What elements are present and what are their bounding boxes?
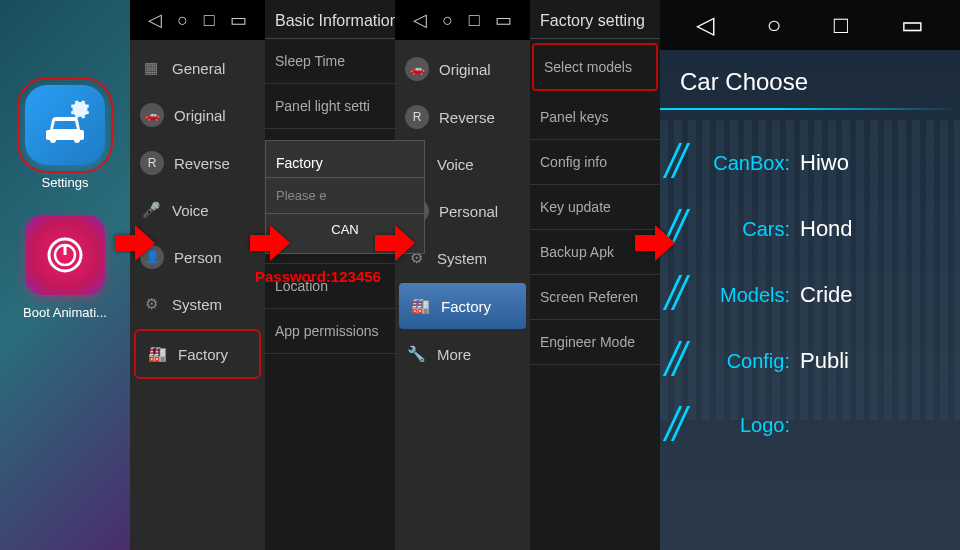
config-label: Cars: [680, 218, 800, 241]
arrow-icon [635, 225, 675, 265]
slash-icon [665, 275, 695, 315]
slash-icon [665, 341, 695, 381]
item-engineer-mode[interactable]: Engineer Mode [530, 320, 660, 365]
config-value: Cride [800, 282, 940, 308]
settings-menu: ▦General 🚗Original RReverse 🎤Voice 👤Pers… [130, 40, 265, 379]
config-value: Hiwo [800, 150, 940, 176]
car-icon: 🚗 [140, 103, 164, 127]
panel-title: Factory setting [530, 0, 660, 39]
title-underline [660, 108, 960, 110]
arrow-icon [375, 225, 415, 265]
basic-info-panel: Basic Information Sleep Time Panel light… [265, 0, 395, 550]
row-models[interactable]: Models: Cride [660, 262, 960, 328]
row-config[interactable]: Config: Publi [660, 328, 960, 394]
settings-menu-panel: ◁ ○ □ ▭ ▦General 🚗Original RReverse 🎤Voi… [130, 0, 265, 550]
menu-reverse[interactable]: RReverse [395, 93, 530, 141]
car-icon: 🚗 [405, 57, 429, 81]
status-bar: ◁ ○ □ ▭ [660, 0, 960, 50]
config-value: Publi [800, 348, 940, 374]
home-icon[interactable]: ○ [177, 10, 188, 31]
back-icon[interactable]: ◁ [413, 9, 427, 31]
home-panel: Settings Boot Animati... [0, 0, 130, 550]
page-title: Car Choose [660, 50, 960, 108]
item-select-models[interactable]: Select models [532, 43, 658, 91]
power-icon [43, 233, 87, 277]
password-hint: Password:123456 [255, 268, 381, 285]
home-icon[interactable]: ○ [442, 10, 453, 31]
status-bar: ◁ ○ □ ▭ [395, 0, 530, 40]
item-key-update[interactable]: Key update [530, 185, 660, 230]
wrench-icon: 🔧 [405, 343, 427, 365]
reverse-icon: R [140, 151, 164, 175]
item-sleep-time[interactable]: Sleep Time [265, 39, 395, 84]
building-icon: 🏭 [146, 343, 168, 365]
back-icon[interactable]: ◁ [148, 9, 162, 31]
config-label: Models: [680, 284, 800, 307]
picture-icon[interactable]: ▭ [901, 11, 924, 39]
menu-general[interactable]: ▦General [130, 45, 265, 91]
app-boot-animation[interactable]: Boot Animati... [0, 215, 130, 320]
item-app-permissions[interactable]: App permissions [265, 309, 395, 354]
reverse-icon: R [405, 105, 429, 129]
mic-icon: 🎤 [140, 199, 162, 221]
config-label: CanBox: [680, 152, 800, 175]
row-canbox[interactable]: CanBox: Hiwo [660, 130, 960, 196]
boot-app-icon [25, 215, 105, 295]
menu-more[interactable]: 🔧More [395, 331, 530, 377]
status-bar: ◁ ○ □ ▭ [130, 0, 265, 40]
app-label: Boot Animati... [23, 305, 107, 320]
password-input[interactable]: Please e [266, 178, 424, 214]
item-config-info[interactable]: Config info [530, 140, 660, 185]
config-label: Config: [680, 350, 800, 373]
picture-icon[interactable]: ▭ [230, 9, 247, 31]
menu-system[interactable]: ⚙System [130, 281, 265, 327]
building-icon: 🏭 [409, 295, 431, 317]
app-label: Settings [42, 175, 89, 190]
settings-app-icon [25, 85, 105, 165]
dialog-title: Factory [266, 149, 424, 178]
back-icon[interactable]: ◁ [696, 11, 714, 39]
recent-icon[interactable]: □ [469, 10, 480, 31]
recent-icon[interactable]: □ [204, 10, 215, 31]
menu-original[interactable]: 🚗Original [130, 91, 265, 139]
slash-icon [665, 406, 695, 446]
menu-factory[interactable]: 🏭Factory [399, 283, 526, 329]
row-cars[interactable]: Cars: Hond [660, 196, 960, 262]
menu-original[interactable]: 🚗Original [395, 45, 530, 93]
config-label: Logo: [680, 414, 800, 437]
row-logo[interactable]: Logo: [660, 394, 960, 457]
app-settings[interactable]: Settings [0, 85, 130, 190]
slash-icon [665, 143, 695, 183]
item-panel-light[interactable]: Panel light setti [265, 84, 395, 129]
grid-icon: ▦ [140, 57, 162, 79]
arrow-icon [115, 225, 155, 265]
home-icon[interactable]: ○ [767, 11, 782, 39]
menu-factory[interactable]: 🏭Factory [134, 329, 261, 379]
factory-settings-panel: Factory setting Select models Panel keys… [530, 0, 660, 550]
config-value: Hond [800, 216, 940, 242]
item-panel-keys[interactable]: Panel keys [530, 95, 660, 140]
gear-icon [69, 97, 91, 119]
car-choose-panel: ◁ ○ □ ▭ Car Choose CanBox: Hiwo Cars: Ho… [660, 0, 960, 550]
settings-menu-panel-2: ◁ ○ □ ▭ 🚗Original RReverse 🎤Voice 👤Perso… [395, 0, 530, 550]
recent-icon[interactable]: □ [834, 11, 849, 39]
picture-icon[interactable]: ▭ [495, 9, 512, 31]
gear-icon: ⚙ [140, 293, 162, 315]
arrow-icon [250, 225, 290, 265]
item-screen-reference[interactable]: Screen Referen [530, 275, 660, 320]
menu-reverse[interactable]: RReverse [130, 139, 265, 187]
panel-title: Basic Information [265, 0, 395, 39]
